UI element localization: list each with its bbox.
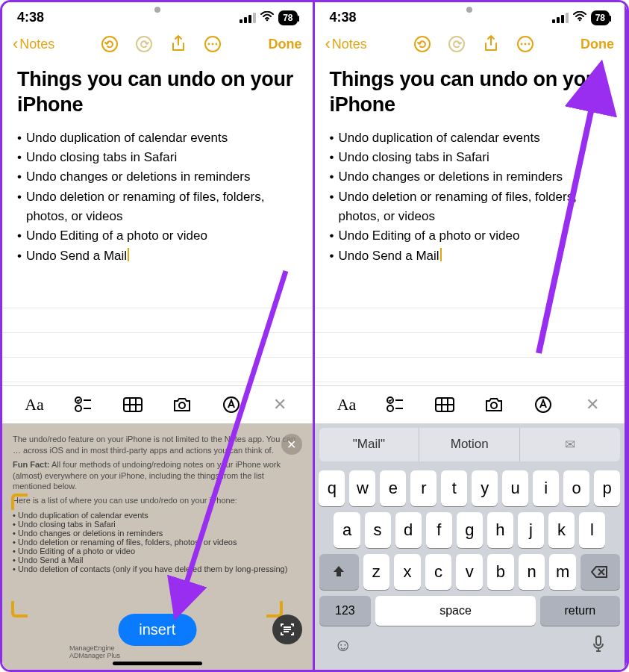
key-j[interactable]: j [518, 512, 544, 548]
home-indicator[interactable] [113, 662, 202, 665]
note-title[interactable]: Things you can undo on your iPhone [315, 63, 625, 128]
undo-icon[interactable] [413, 34, 432, 54]
note-line: Undo Editing of a photo or video [338, 226, 519, 246]
nav-bar: ‹ Notes Done [2, 30, 313, 63]
return-key[interactable]: return [540, 596, 620, 626]
redo-icon[interactable] [134, 34, 154, 54]
key-f[interactable]: f [426, 512, 452, 548]
svg-point-20 [449, 37, 464, 52]
done-button[interactable]: Done [581, 37, 614, 52]
numbers-key[interactable]: 123 [319, 596, 372, 626]
wifi-icon [260, 11, 274, 25]
key-x[interactable]: x [394, 554, 421, 590]
note-body[interactable]: Undo duplication of calendar events Undo… [315, 128, 625, 266]
note-title[interactable]: Things you can undo on your iPhone [2, 63, 313, 128]
scan-item: Undo duplication of calendar events [13, 511, 302, 520]
camera-icon[interactable] [483, 395, 505, 414]
key-a[interactable]: a [334, 512, 360, 548]
key-k[interactable]: k [548, 512, 575, 548]
suggestion[interactable]: "Mail" [319, 428, 420, 461]
suggestion-icon[interactable]: ✉︎ [520, 428, 620, 461]
suggestion-bar: "Mail" Motion ✉︎ [319, 428, 621, 461]
key-r[interactable]: r [410, 470, 436, 506]
svg-point-1 [102, 37, 117, 52]
share-icon[interactable] [481, 34, 501, 54]
share-icon[interactable] [169, 34, 188, 54]
scan-intro: The undo/redo feature on your iPhone is … [13, 434, 302, 456]
more-icon[interactable] [516, 34, 535, 54]
battery-icon: 78 [591, 10, 610, 25]
key-t[interactable]: t [441, 470, 467, 506]
undo-icon[interactable] [100, 34, 119, 54]
close-toolbar-icon[interactable]: ✕ [581, 395, 604, 414]
svg-point-18 [578, 19, 581, 21]
key-i[interactable]: i [533, 470, 559, 506]
key-y[interactable]: y [472, 470, 498, 506]
key-s[interactable]: s [365, 512, 391, 548]
key-u[interactable]: u [502, 470, 528, 506]
key-m[interactable]: m [549, 554, 576, 590]
camera-icon[interactable] [171, 395, 193, 414]
insert-button[interactable]: insert [118, 614, 196, 646]
delete-key[interactable] [581, 554, 620, 590]
suggestion[interactable]: Motion [419, 428, 520, 461]
redo-icon[interactable] [447, 34, 466, 54]
more-icon[interactable] [203, 34, 222, 54]
text-format-icon[interactable]: Aa [23, 395, 46, 414]
note-line: Undo closing tabs in Safari [26, 148, 177, 167]
key-w[interactable]: w [349, 470, 375, 506]
key-h[interactable]: h [487, 512, 513, 548]
back-button[interactable]: ‹ Notes [13, 36, 54, 52]
note-line: Undo Send a Mail [26, 249, 127, 263]
key-z[interactable]: z [363, 554, 390, 590]
key-g[interactable]: g [457, 512, 483, 548]
emoji-key[interactable]: ☺ [334, 635, 353, 657]
close-panel-icon[interactable]: ✕ [281, 434, 302, 455]
checklist-icon[interactable] [384, 395, 407, 414]
key-l[interactable]: l [579, 512, 605, 548]
done-button[interactable]: Done [268, 37, 301, 52]
live-text-icon[interactable] [272, 615, 302, 644]
svg-point-22 [521, 43, 523, 46]
table-icon[interactable] [434, 395, 456, 414]
svg-point-33 [491, 402, 497, 408]
key-q[interactable]: q [319, 470, 345, 506]
dictation-key[interactable] [592, 635, 605, 657]
markup-icon[interactable] [532, 395, 554, 414]
note-ruled-area[interactable] [2, 284, 313, 385]
scan-corner [11, 601, 28, 617]
svg-point-24 [528, 43, 531, 46]
text-cursor [128, 248, 129, 261]
keyboard: "Mail" Motion ✉︎ qwertyuiop asdfghjkl zx… [315, 423, 625, 670]
markup-icon[interactable] [220, 395, 242, 414]
scan-ad: ADManager Plus [69, 652, 120, 659]
key-d[interactable]: d [395, 512, 422, 548]
note-ruled-area[interactable] [315, 284, 625, 385]
back-button[interactable]: ‹ Notes [325, 36, 367, 52]
note-line: Undo Send a Mail [338, 249, 439, 263]
table-icon[interactable] [122, 395, 144, 414]
key-o[interactable]: o [563, 470, 589, 506]
close-toolbar-icon[interactable]: ✕ [269, 395, 291, 414]
checklist-icon[interactable] [72, 395, 95, 414]
key-c[interactable]: c [425, 554, 452, 590]
text-format-icon[interactable]: Aa [335, 395, 357, 414]
note-line: Undo deletion or renaming of files, fold… [338, 187, 610, 227]
nav-bar: ‹ Notes Done [315, 30, 625, 63]
scan-ad: ManageEngine [69, 644, 120, 652]
key-n[interactable]: n [519, 554, 545, 590]
svg-point-2 [137, 37, 151, 52]
note-body[interactable]: Undo duplication of calendar events Undo… [2, 128, 313, 266]
key-b[interactable]: b [487, 554, 514, 590]
phone-right: 4:38 78 ‹ Notes Done Things you can undo… [315, 2, 628, 670]
key-e[interactable]: e [380, 470, 406, 506]
key-v[interactable]: v [456, 554, 483, 590]
shift-key[interactable] [319, 554, 359, 590]
phone-left: 4:38 78 ‹ Notes Done Things you can undo… [2, 2, 315, 670]
scan-item: Undo Send a Mail [13, 556, 302, 564]
space-key[interactable]: space [375, 596, 536, 626]
key-p[interactable]: p [594, 470, 620, 506]
svg-point-9 [75, 405, 81, 411]
format-toolbar: Aa ✕ [315, 385, 625, 423]
camera-lens [154, 7, 160, 13]
